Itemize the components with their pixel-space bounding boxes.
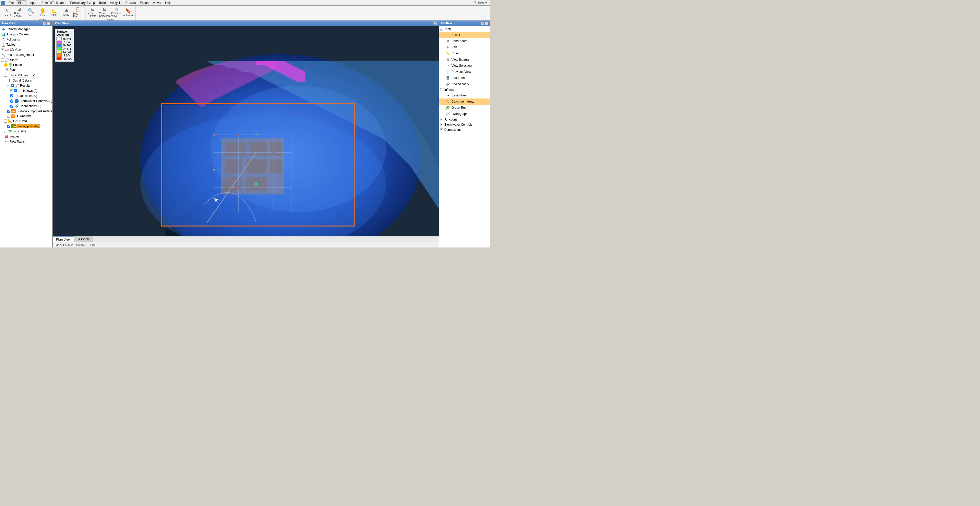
toolbox-select[interactable]: ↖ Select [439, 32, 490, 38]
menu-export[interactable]: Export [138, 0, 151, 5]
phase-storm-expand[interactable]: − [4, 74, 7, 77]
stormwater-checkbox[interactable] [10, 100, 13, 103]
tree-item-2d-analysis[interactable]: 2D 2D Analysis [0, 114, 52, 119]
tools-expand[interactable]: − [440, 28, 443, 31]
tree-item-cad-file[interactable]: DWG starting point.dwg [0, 124, 52, 129]
tree-panel-pin-btn[interactable]: 📌 [43, 22, 46, 25]
menu-file[interactable]: File [7, 0, 16, 5]
toolbox-band-zoom-label: Band Zoom [452, 39, 468, 43]
tree-panel-close-btn[interactable]: ✕ [47, 22, 51, 25]
phase-storm-dropdown[interactable]: Phase (Storm) [8, 73, 36, 78]
results-expand[interactable]: − [7, 84, 10, 87]
tree-item-phase-management[interactable]: 🔧 Phase Management [0, 52, 52, 57]
tree-item-storm[interactable]: − ⛈ Storm [0, 57, 52, 63]
toolbar-pan-btn[interactable]: ✋ Pan [37, 7, 48, 18]
results-checkbox[interactable] [11, 84, 14, 87]
menu-rainfall[interactable]: Rainfall/Pollutants [39, 0, 68, 5]
toolbar-previous-view-btn[interactable]: ◁ Previous View [111, 7, 122, 18]
toolbar-view-extents-btn[interactable]: ⊞ View Extents [87, 7, 98, 18]
toolbox-base-flow[interactable]: 〰 Base Flow [439, 92, 490, 98]
sw-controls-expand[interactable]: + [440, 123, 443, 126]
plan-panel-close-btn[interactable]: ✕ [433, 22, 437, 25]
tree-item-tables[interactable]: 📋 Tables [0, 42, 52, 47]
toolbox-add-train-label: Add Train [452, 76, 465, 80]
toolbox-view-selection[interactable]: ⊟ View Selection [439, 63, 490, 69]
tree-item-flow-paths[interactable]: 〰 Flow Paths [0, 139, 52, 144]
toolbar-bookmarks-btn[interactable]: 🔖 Bookmarks [123, 7, 134, 18]
toolbox-catchment-area[interactable]: ⬡ Catchment Area [439, 98, 490, 105]
tree-item-outfall-details[interactable]: ⬇ Outfall Details [0, 78, 52, 83]
toolbox-ruler[interactable]: 📏 Ruler [439, 50, 490, 56]
tree-item-results[interactable]: − 📈 Results [0, 83, 52, 88]
toolbox-section-connections[interactable]: + Connections [439, 127, 490, 132]
toolbox-section-inflows[interactable]: − Inflows [439, 87, 490, 92]
tree-item-connections[interactable]: 🔗 Connections (0) [0, 104, 52, 109]
tree-item-junctions[interactable]: ⬡ Junctions (0) [0, 94, 52, 98]
tree-item-images[interactable]: 🖼 Images [0, 134, 52, 139]
toolbox-green-roof[interactable]: 🌿 Green Roof [439, 105, 490, 111]
toolbar-ruler-btn[interactable]: 📐 Ruler [49, 7, 60, 18]
storm-expand[interactable]: − [1, 59, 4, 62]
2d-analysis-checkbox[interactable] [7, 115, 10, 118]
menu-help[interactable]: Help [163, 0, 173, 5]
toolbox-section-tools[interactable]: − Tools [439, 27, 490, 32]
menu-plan[interactable]: Plan [16, 0, 26, 5]
inflows-expand[interactable]: + [10, 89, 13, 92]
tree-item-cad-data[interactable]: − 📐 CAD Data [0, 119, 52, 124]
toolbox-add-network[interactable]: 🔗 Add Network [439, 81, 490, 87]
menu-views[interactable]: Views [151, 0, 163, 5]
inflows-tb-expand[interactable]: − [440, 88, 443, 91]
help-link[interactable]: ❓ Help ▼ [474, 1, 487, 4]
tree-item-analysis-criteria[interactable]: 📊 Analysis Criteria [0, 32, 52, 37]
toolbox-add-train[interactable]: 🚆 Add Train [439, 75, 490, 81]
toolbox-pan[interactable]: ✛ Pan [439, 44, 490, 50]
toolbox-close-btn[interactable]: ✕ [485, 22, 488, 25]
tree-item-phase-go[interactable]: ● GO Phase [0, 63, 52, 67]
connections-checkbox[interactable] [10, 105, 13, 108]
gis-checkbox[interactable] [4, 130, 7, 133]
toolbar-snap-btn[interactable]: ⊕ Snap [60, 7, 72, 18]
tree-item-rainfall-manager[interactable]: 🌧 Rainfall Manager [0, 27, 52, 32]
toolbar-select-btn[interactable]: ↖ Select [2, 7, 13, 18]
surface-checkbox[interactable] [7, 110, 10, 113]
3d-view-expand[interactable]: + [1, 48, 4, 51]
inflows-checkbox[interactable] [14, 89, 17, 92]
menu-results[interactable]: Results [124, 0, 138, 5]
menu-import[interactable]: Import [26, 0, 39, 5]
toolbox-add-train-icon: 🚆 [445, 76, 450, 80]
toolbox-hydrograph[interactable]: 📈 Hydrograph [439, 111, 490, 117]
menu-analysis[interactable]: Analysis [108, 0, 124, 5]
toolbar-plot-plan-btn[interactable]: 📋 Plot Plan [72, 7, 84, 18]
toolbox-green-roof-label: Green Roof [452, 106, 468, 109]
menu-prelim[interactable]: Preliminary Sizing [68, 0, 97, 5]
tree-item-3d-view[interactable]: + 3D 3D View [0, 47, 52, 52]
phase-go-bullet: ● [4, 63, 8, 67]
cad-file-checkbox[interactable] [7, 125, 10, 128]
toolbox-pin-btn[interactable]: 📌 [481, 22, 484, 25]
tree-item-phase-storm[interactable]: − Phase (Storm) [0, 72, 52, 78]
tree-item-inflows[interactable]: + ↓ Inflows (0) [0, 88, 52, 94]
toolbox-previous-view[interactable]: ◁ Previous View [439, 69, 490, 75]
tree-item-gis-data[interactable]: 🗺 GIS Data [0, 129, 52, 134]
tree-item-stormwater[interactable]: 🔵 Stormwater Controls (0) [0, 98, 52, 104]
toolbox-band-zoom-icon: ⊞ [445, 39, 450, 43]
toolbar-view-selection-btn[interactable]: ⊟ View Selection [99, 7, 110, 18]
tab-plan-view[interactable]: Plan View [52, 236, 75, 242]
toolbar-zoom-btn[interactable]: 🔍 Zoom [25, 7, 37, 18]
menu-build[interactable]: Build [97, 0, 108, 5]
toolbox-section-stormwater-controls[interactable]: + Stormwater Controls [439, 122, 490, 127]
toolbox-view-extents[interactable]: ⊞ View Extents [439, 56, 490, 63]
toolbar-band-zoom-btn[interactable]: ⊞ Band Zoom [13, 7, 25, 18]
junctions-tb-expand[interactable]: + [440, 118, 443, 121]
plan-view-area[interactable]: SurfaceLevel (m) 65.741 51.845 38.766 [52, 26, 439, 236]
tree-item-pollutants[interactable]: ⚗ Pollutants [0, 37, 52, 42]
tree-item-surface-imported[interactable]: SRF Surface - imported surface.idsx [0, 109, 52, 114]
gis-icon: 🗺 [8, 129, 13, 133]
toolbox-band-zoom[interactable]: ⊞ Band Zoom [439, 38, 490, 44]
connections-tb-expand[interactable]: + [440, 128, 443, 131]
tree-item-foul[interactable]: 🚿 Foul [0, 67, 52, 72]
junctions-checkbox[interactable] [10, 94, 13, 97]
tab-3d-view[interactable]: 3D View [75, 236, 93, 242]
toolbox-section-junctions[interactable]: + Junctions [439, 117, 490, 122]
cad-expand[interactable]: − [4, 119, 7, 122]
